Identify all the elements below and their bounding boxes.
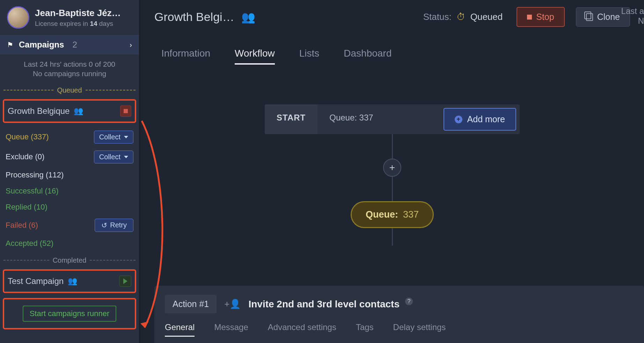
workflow-connector: [392, 228, 393, 246]
stat-failed[interactable]: Failed (6) ↻Retry: [6, 215, 133, 235]
add-more-button[interactable]: + Add more: [444, 108, 516, 131]
license-text: License expires in 14 days: [35, 20, 121, 28]
collect-exclude-button[interactable]: Collect: [94, 151, 133, 163]
people-icon: 👥: [241, 10, 255, 24]
campaign-item-growth-belgique[interactable]: Growth Belgique 👥: [3, 99, 136, 123]
action-badge: Action #1: [165, 295, 217, 313]
add-person-icon: +👤: [224, 299, 241, 309]
play-icon: [123, 278, 127, 284]
workflow-connector: [392, 134, 393, 159]
action-title: Invite 2nd and 3rd level contacts: [248, 299, 400, 310]
status-value: Queued: [470, 12, 503, 22]
tab-general[interactable]: General: [165, 322, 195, 337]
stats-line1: Last 24 hrs' actions 0 of 200: [3, 59, 136, 69]
stat-exclude[interactable]: Exclude (0) Collect: [6, 147, 133, 167]
help-icon[interactable]: ?: [405, 298, 413, 305]
sidebar: Jean-Baptiste Jéz… License expires in 14…: [0, 0, 140, 343]
tab-workflow[interactable]: Workflow: [235, 48, 275, 65]
queue-count: Queue: 337: [317, 104, 440, 134]
chevron-down-icon: [124, 156, 128, 158]
campaign-item-test[interactable]: Test Campaign 👥: [3, 269, 136, 293]
tab-lists[interactable]: Lists: [299, 48, 320, 65]
campaigns-label: Campaigns: [19, 40, 64, 50]
stat-queue[interactable]: Queue (337) Collect: [6, 127, 133, 147]
retry-icon: ↻: [101, 221, 107, 229]
stat-accepted[interactable]: Accepted (52): [6, 235, 133, 251]
retry-button[interactable]: ↻Retry: [95, 219, 133, 232]
stat-successful[interactable]: Successful (16): [6, 183, 133, 199]
topbar: Growth Belgi… 👥 Status: ⏱ Queued Stop Cl…: [154, 0, 630, 30]
copy-icon: [586, 13, 593, 21]
main-tabs: Information Workflow Lists Dashboard: [154, 30, 630, 73]
avatar[interactable]: [7, 6, 29, 29]
campaigns-count: 2: [72, 40, 77, 50]
people-icon: 👥: [74, 107, 83, 116]
stat-processing[interactable]: Processing (112): [6, 167, 133, 183]
stop-campaign-button[interactable]: [120, 105, 131, 117]
action-panel: Action #1 +👤 Invite 2nd and 3rd level co…: [154, 286, 644, 343]
page-title: Growth Belgi…: [154, 10, 234, 24]
people-icon: 👥: [68, 277, 77, 286]
start-campaigns-runner-button[interactable]: Start campaigns runner: [23, 306, 117, 322]
workflow-connector: [392, 177, 393, 201]
campaign-name: Growth Belgique: [8, 106, 69, 116]
status-wrap: Status: ⏱ Queued: [423, 12, 503, 22]
campaign-name: Test Campaign: [8, 276, 64, 286]
last-activity-label: Last aN: [621, 6, 644, 26]
completed-divider: Completed: [0, 254, 139, 267]
campaigns-nav[interactable]: ⚑ Campaigns 2 ›: [0, 35, 139, 54]
start-node: START Queue: 337 + Add more: [265, 104, 520, 134]
stop-icon: [527, 15, 532, 20]
flag-icon: ⚑: [7, 41, 13, 49]
action-header: Action #1 +👤 Invite 2nd and 3rd level co…: [165, 295, 634, 313]
tab-advanced[interactable]: Advanced settings: [268, 322, 336, 337]
tab-delay[interactable]: Delay settings: [393, 322, 446, 337]
chevron-right-icon: ›: [130, 41, 132, 49]
main-content: Last aN Growth Belgi… 👥 Status: ⏱ Queued…: [140, 0, 644, 343]
collect-queue-button[interactable]: Collect: [94, 131, 133, 144]
tab-dashboard[interactable]: Dashboard: [344, 48, 391, 65]
stat-replied[interactable]: Replied (10): [6, 199, 133, 215]
add-step-button[interactable]: +: [383, 159, 401, 177]
runner-block: Start campaigns runner: [3, 298, 136, 329]
stop-icon: [124, 109, 128, 113]
campaign-stats: Queue (337) Collect Exclude (0) Collect …: [0, 125, 139, 254]
user-name: Jean-Baptiste Jéz…: [35, 8, 121, 19]
status-label: Status:: [423, 12, 452, 22]
user-block: Jean-Baptiste Jéz… License expires in 14…: [0, 0, 139, 35]
stopwatch-icon: ⏱: [456, 12, 466, 22]
usage-stats: Last 24 hrs' actions 0 of 200 No campaig…: [0, 54, 139, 83]
workflow-canvas: START Queue: 337 + Add more + Queue: 337: [154, 73, 630, 246]
start-label: START: [265, 104, 317, 134]
stop-button[interactable]: Stop: [517, 7, 564, 27]
queue-node[interactable]: Queue: 337: [351, 201, 434, 228]
tab-information[interactable]: Information: [161, 48, 210, 65]
tab-message[interactable]: Message: [214, 322, 248, 337]
action-tabs: General Message Advanced settings Tags D…: [165, 322, 634, 337]
stats-line2: No campaigns running: [3, 69, 136, 78]
plus-icon: +: [455, 116, 462, 123]
queued-divider: Queued: [0, 83, 139, 97]
play-campaign-button[interactable]: [119, 276, 131, 287]
chevron-down-icon: [124, 136, 128, 138]
tab-tags[interactable]: Tags: [356, 322, 374, 337]
